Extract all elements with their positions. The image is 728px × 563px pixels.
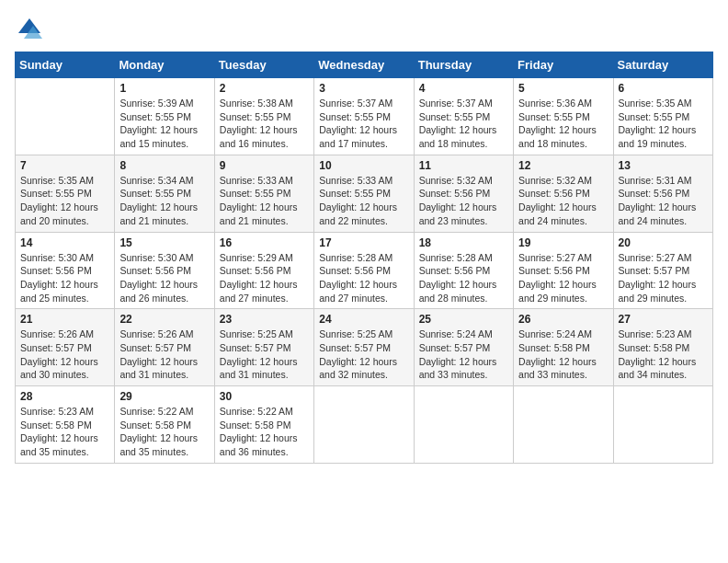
header-day-saturday: Saturday [613,52,712,78]
calendar-cell: 8Sunrise: 5:34 AM Sunset: 5:55 PM Daylig… [115,155,214,232]
header-day-sunday: Sunday [16,52,115,78]
day-number: 13 [619,159,708,172]
calendar-cell: 2Sunrise: 5:38 AM Sunset: 5:55 PM Daylig… [214,78,313,155]
svg-marker-0 [18,18,40,33]
calendar-cell: 24Sunrise: 5:25 AM Sunset: 5:57 PM Dayli… [314,309,414,386]
day-info: Sunrise: 5:33 AM Sunset: 5:55 PM Dayligh… [220,174,309,228]
calendar-header: SundayMondayTuesdayWednesdayThursdayFrid… [16,52,713,78]
day-number: 2 [220,82,309,95]
day-number: 27 [619,313,708,326]
day-number: 17 [319,236,408,249]
calendar-cell: 25Sunrise: 5:24 AM Sunset: 5:57 PM Dayli… [414,309,513,386]
calendar-cell: 28Sunrise: 5:23 AM Sunset: 5:58 PM Dayli… [16,386,115,464]
header-day-wednesday: Wednesday [314,52,414,78]
day-info: Sunrise: 5:31 AM Sunset: 5:56 PM Dayligh… [619,174,708,228]
day-info: Sunrise: 5:27 AM Sunset: 5:57 PM Dayligh… [619,251,708,305]
day-info: Sunrise: 5:23 AM Sunset: 5:58 PM Dayligh… [20,405,109,459]
calendar-cell [613,386,712,464]
day-info: Sunrise: 5:35 AM Sunset: 5:55 PM Dayligh… [619,97,708,151]
calendar-cell: 10Sunrise: 5:33 AM Sunset: 5:55 PM Dayli… [314,155,414,232]
day-info: Sunrise: 5:25 AM Sunset: 5:57 PM Dayligh… [319,327,408,382]
calendar-cell: 21Sunrise: 5:26 AM Sunset: 5:57 PM Dayli… [16,309,115,386]
calendar-cell: 16Sunrise: 5:29 AM Sunset: 5:56 PM Dayli… [214,232,313,309]
calendar-cell: 7Sunrise: 5:35 AM Sunset: 5:55 PM Daylig… [16,155,115,232]
calendar-cell: 11Sunrise: 5:32 AM Sunset: 5:56 PM Dayli… [414,155,513,232]
calendar-body: 1Sunrise: 5:39 AM Sunset: 5:55 PM Daylig… [16,78,713,464]
logo-icon [15,15,44,44]
calendar-cell [16,78,115,155]
calendar-cell: 19Sunrise: 5:27 AM Sunset: 5:56 PM Dayli… [514,232,613,309]
day-number: 19 [518,236,608,249]
day-number: 14 [20,236,109,249]
day-number: 18 [419,236,508,249]
header-day-tuesday: Tuesday [214,52,313,78]
day-info: Sunrise: 5:25 AM Sunset: 5:57 PM Dayligh… [220,327,309,382]
calendar-cell: 12Sunrise: 5:32 AM Sunset: 5:56 PM Dayli… [514,155,613,232]
day-info: Sunrise: 5:26 AM Sunset: 5:57 PM Dayligh… [20,327,109,382]
day-info: Sunrise: 5:24 AM Sunset: 5:57 PM Dayligh… [419,327,508,382]
day-number: 23 [220,313,309,326]
day-info: Sunrise: 5:28 AM Sunset: 5:56 PM Dayligh… [419,251,508,305]
day-info: Sunrise: 5:32 AM Sunset: 5:56 PM Dayligh… [518,174,608,228]
calendar-week-1: 1Sunrise: 5:39 AM Sunset: 5:55 PM Daylig… [16,78,713,155]
day-info: Sunrise: 5:28 AM Sunset: 5:56 PM Dayligh… [319,251,408,305]
day-number: 8 [119,159,209,172]
header-day-thursday: Thursday [414,52,513,78]
day-number: 12 [518,159,608,172]
calendar-cell: 13Sunrise: 5:31 AM Sunset: 5:56 PM Dayli… [613,155,712,232]
day-info: Sunrise: 5:30 AM Sunset: 5:56 PM Dayligh… [119,251,209,305]
day-info: Sunrise: 5:36 AM Sunset: 5:55 PM Dayligh… [518,97,608,151]
day-number: 7 [20,159,109,172]
day-number: 16 [220,236,309,249]
calendar-cell: 30Sunrise: 5:22 AM Sunset: 5:58 PM Dayli… [214,386,313,464]
day-info: Sunrise: 5:30 AM Sunset: 5:56 PM Dayligh… [20,251,109,305]
day-number: 9 [220,159,309,172]
day-info: Sunrise: 5:32 AM Sunset: 5:56 PM Dayligh… [419,174,508,228]
day-number: 6 [619,82,708,95]
day-number: 29 [119,390,209,403]
day-info: Sunrise: 5:22 AM Sunset: 5:58 PM Dayligh… [220,405,309,459]
day-number: 24 [319,313,408,326]
calendar-table: SundayMondayTuesdayWednesdayThursdayFrid… [15,52,713,464]
day-info: Sunrise: 5:27 AM Sunset: 5:56 PM Dayligh… [518,251,608,305]
day-info: Sunrise: 5:38 AM Sunset: 5:55 PM Dayligh… [220,97,309,151]
calendar-cell [414,386,513,464]
day-number: 1 [119,82,209,95]
day-info: Sunrise: 5:22 AM Sunset: 5:58 PM Dayligh… [119,405,209,459]
calendar-cell [314,386,414,464]
header-day-monday: Monday [115,52,214,78]
calendar-cell: 23Sunrise: 5:25 AM Sunset: 5:57 PM Dayli… [214,309,313,386]
day-info: Sunrise: 5:39 AM Sunset: 5:55 PM Dayligh… [119,97,209,151]
day-number: 30 [220,390,309,403]
day-info: Sunrise: 5:35 AM Sunset: 5:55 PM Dayligh… [20,174,109,228]
day-number: 4 [419,82,508,95]
header-day-friday: Friday [514,52,613,78]
day-info: Sunrise: 5:37 AM Sunset: 5:55 PM Dayligh… [319,97,408,151]
calendar-cell: 15Sunrise: 5:30 AM Sunset: 5:56 PM Dayli… [115,232,214,309]
day-number: 28 [20,390,109,403]
day-number: 21 [20,313,109,326]
day-number: 25 [419,313,508,326]
calendar-cell [514,386,613,464]
day-number: 3 [319,82,408,95]
day-info: Sunrise: 5:24 AM Sunset: 5:58 PM Dayligh… [518,327,608,382]
calendar-cell: 26Sunrise: 5:24 AM Sunset: 5:58 PM Dayli… [514,309,613,386]
calendar-cell: 6Sunrise: 5:35 AM Sunset: 5:55 PM Daylig… [613,78,712,155]
day-number: 20 [619,236,708,249]
page-header [15,15,713,44]
calendar-cell: 17Sunrise: 5:28 AM Sunset: 5:56 PM Dayli… [314,232,414,309]
calendar-cell: 20Sunrise: 5:27 AM Sunset: 5:57 PM Dayli… [613,232,712,309]
calendar-week-2: 7Sunrise: 5:35 AM Sunset: 5:55 PM Daylig… [16,155,713,232]
calendar-cell: 18Sunrise: 5:28 AM Sunset: 5:56 PM Dayli… [414,232,513,309]
day-number: 15 [119,236,209,249]
calendar-cell: 3Sunrise: 5:37 AM Sunset: 5:55 PM Daylig… [314,78,414,155]
calendar-week-5: 28Sunrise: 5:23 AM Sunset: 5:58 PM Dayli… [16,386,713,464]
day-info: Sunrise: 5:33 AM Sunset: 5:55 PM Dayligh… [319,174,408,228]
calendar-cell: 22Sunrise: 5:26 AM Sunset: 5:57 PM Dayli… [115,309,214,386]
calendar-cell: 5Sunrise: 5:36 AM Sunset: 5:55 PM Daylig… [514,78,613,155]
day-info: Sunrise: 5:37 AM Sunset: 5:55 PM Dayligh… [419,97,508,151]
day-info: Sunrise: 5:23 AM Sunset: 5:58 PM Dayligh… [619,327,708,382]
calendar-cell: 27Sunrise: 5:23 AM Sunset: 5:58 PM Dayli… [613,309,712,386]
day-number: 5 [518,82,608,95]
day-info: Sunrise: 5:26 AM Sunset: 5:57 PM Dayligh… [119,327,209,382]
